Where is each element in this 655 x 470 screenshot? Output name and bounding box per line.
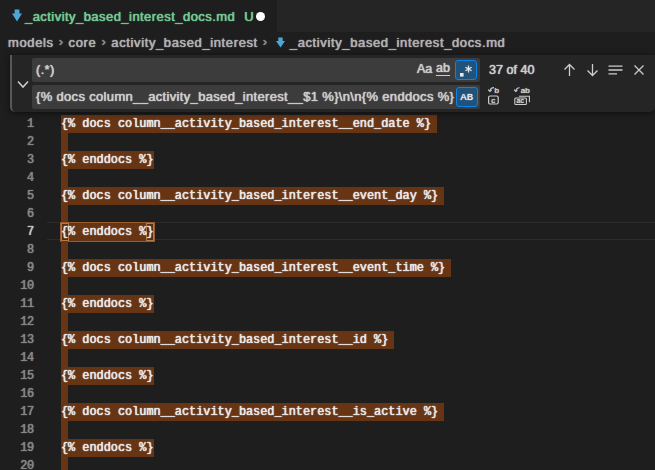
svg-text:c: c (491, 96, 495, 105)
svg-text:b: b (495, 86, 500, 95)
svg-text:ab: ab (521, 86, 530, 95)
svg-text:ac: ac (517, 97, 525, 104)
